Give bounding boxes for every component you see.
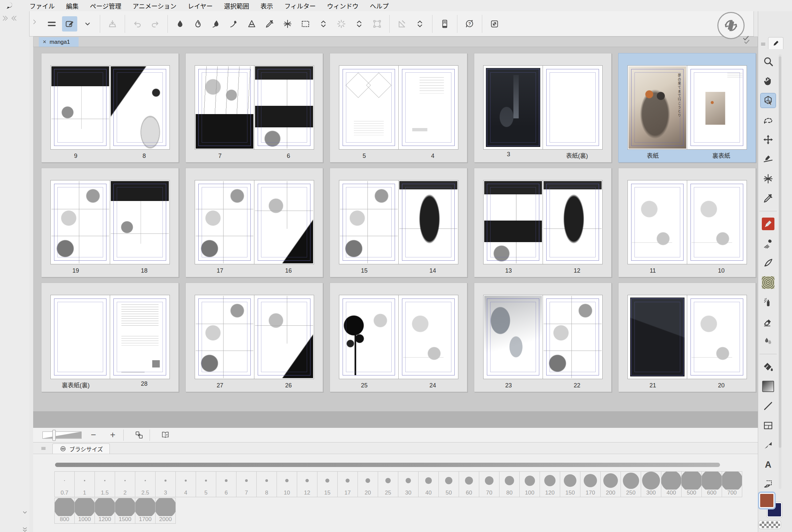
chevron-down-icon[interactable] xyxy=(21,509,28,516)
tab-panel-menu[interactable] xyxy=(759,39,768,49)
double-chevron-down-icon[interactable] xyxy=(21,526,28,532)
move-tool[interactable] xyxy=(761,133,775,147)
balloon-tool[interactable] xyxy=(761,477,775,491)
brush-size-170[interactable]: 170 xyxy=(580,471,601,497)
spread-3-表紙(裏)[interactable]: 3表紙(裏) xyxy=(474,53,612,163)
panel-menu-icon[interactable] xyxy=(40,445,47,452)
fit-view-button[interactable] xyxy=(132,429,146,441)
brush-size-70[interactable]: 70 xyxy=(479,471,500,497)
brush-size-100[interactable]: 100 xyxy=(520,471,540,497)
menu-item-1[interactable]: 編集 xyxy=(60,1,84,10)
rail-collapse[interactable] xyxy=(1,15,18,22)
brush-size-300[interactable]: 300 xyxy=(641,471,661,497)
collapse-left-icon[interactable] xyxy=(11,15,18,22)
spread-19-18[interactable]: 1918 xyxy=(41,168,179,277)
menu-item-4[interactable]: レイヤー xyxy=(182,1,218,10)
spread-15-14[interactable]: 1514 xyxy=(330,168,467,277)
brush-size-1.5[interactable]: 1.5 xyxy=(95,471,115,497)
rotate-device-button[interactable] xyxy=(717,12,745,39)
brush-size-800[interactable]: 800 xyxy=(54,498,75,524)
spread-表紙-裏表紙[interactable]: 夢の果てまで行こうとり表紙裏表紙 xyxy=(618,53,756,163)
brush-size-10[interactable]: 10 xyxy=(277,471,297,497)
tab-brush-size[interactable]: ブラシサイズ xyxy=(52,443,110,454)
brush-size-1000[interactable]: 1000 xyxy=(75,498,95,524)
transform-button[interactable] xyxy=(369,16,385,32)
numeric-keypad-button[interactable] xyxy=(437,16,452,32)
marker-quick-button[interactable] xyxy=(190,16,206,32)
brush-size-150[interactable]: 150 xyxy=(560,471,580,497)
figure-tool[interactable] xyxy=(761,399,775,413)
brush-size-120[interactable]: 120 xyxy=(540,471,560,497)
redo-button[interactable] xyxy=(148,16,163,32)
processing-button[interactable] xyxy=(334,16,349,32)
tab-tools[interactable] xyxy=(768,37,784,49)
transparent-color-swatch[interactable] xyxy=(759,521,781,529)
collapse-right-icon[interactable] xyxy=(1,15,8,22)
brush-quick-button[interactable] xyxy=(208,16,224,32)
zoom-in-button[interactable]: + xyxy=(105,429,120,441)
object-tool[interactable] xyxy=(761,94,775,108)
spread-9-8[interactable]: 98 xyxy=(41,53,179,163)
brush-size-17[interactable]: 17 xyxy=(337,471,358,497)
brush-size-200[interactable]: 200 xyxy=(601,471,621,497)
brush-size-60[interactable]: 60 xyxy=(459,471,479,497)
ruler-switcher-button[interactable] xyxy=(412,16,427,32)
zoom-tool[interactable] xyxy=(761,54,775,68)
sync-save-button[interactable] xyxy=(105,16,120,32)
menu-item-6[interactable]: 表示 xyxy=(255,1,278,10)
airbrush-tool[interactable] xyxy=(761,295,775,309)
selection-tool[interactable] xyxy=(761,113,775,127)
toolbar-overflow-icon[interactable] xyxy=(31,19,38,25)
brush-size-0.7[interactable]: 0.7 xyxy=(54,471,75,497)
pen-quick-button[interactable] xyxy=(172,16,188,32)
spread-23-22[interactable]: 2322 xyxy=(474,283,612,392)
eyedropper-tool[interactable] xyxy=(761,191,775,205)
brush-size-80[interactable]: 80 xyxy=(500,471,520,497)
eyedropper-quick-button[interactable] xyxy=(262,16,277,32)
tool-scrollbar-thumb[interactable] xyxy=(779,56,781,448)
fill-tool[interactable] xyxy=(761,360,775,374)
selection-quick-button[interactable] xyxy=(298,16,313,32)
menu-item-8[interactable]: ウィンドウ xyxy=(321,1,364,10)
foreground-color-swatch[interactable] xyxy=(759,493,774,508)
brush-size-2.5[interactable]: 2.5 xyxy=(135,471,156,497)
spread-21-20[interactable]: 2120 xyxy=(618,283,756,392)
menu-item-7[interactable]: フィルター xyxy=(278,1,321,10)
fill-marker-quick-button[interactable] xyxy=(244,16,259,32)
brush-size-2000[interactable]: 2000 xyxy=(156,498,176,524)
toolbar-menu-button[interactable] xyxy=(44,16,59,32)
spread-5-4[interactable]: 54 xyxy=(330,53,467,163)
spread-裏表紙(裏)-28[interactable]: 裏表紙(裏)28 xyxy=(41,283,179,392)
close-icon[interactable]: × xyxy=(43,38,46,45)
menu-item-0[interactable]: ファイル xyxy=(24,1,60,10)
brush-size-250[interactable]: 250 xyxy=(621,471,641,497)
curve-quick-button[interactable] xyxy=(226,16,242,32)
blend-tool[interactable] xyxy=(761,334,775,348)
brush-size-1700[interactable]: 1700 xyxy=(135,498,156,524)
gradient-tool[interactable] xyxy=(761,379,775,393)
tab-manga1[interactable]: × manga1 xyxy=(39,37,79,47)
pencil-tool[interactable] xyxy=(761,236,775,250)
brush-size-1[interactable]: 1 xyxy=(75,471,95,497)
brush-size-7[interactable]: 7 xyxy=(236,471,257,497)
decoration-quick-button[interactable] xyxy=(280,16,295,32)
spread-27-26[interactable]: 2726 xyxy=(186,283,323,392)
pen-tool[interactable] xyxy=(761,217,775,231)
brush-size-1200[interactable]: 1200 xyxy=(95,498,115,524)
text-tool[interactable]: A xyxy=(761,458,775,472)
brush-size-50[interactable]: 50 xyxy=(439,471,459,497)
brush-size-25[interactable]: 25 xyxy=(378,471,398,497)
menu-item-9[interactable]: ヘルプ xyxy=(364,1,394,10)
polyline-tool[interactable] xyxy=(761,438,775,452)
brush-size-1500[interactable]: 1500 xyxy=(115,498,135,524)
brush-size-6[interactable]: 6 xyxy=(216,471,236,497)
decoration-tool[interactable] xyxy=(761,172,775,186)
spread-17-16[interactable]: 1716 xyxy=(186,168,323,277)
brush-size-40[interactable]: 40 xyxy=(419,471,439,497)
spread-7-6[interactable]: 76 xyxy=(186,53,323,163)
companion-edit-button[interactable] xyxy=(62,16,77,32)
eraser-tool[interactable] xyxy=(761,315,775,329)
brush-size-500[interactable]: 500 xyxy=(681,471,702,497)
pattern-brush-tool[interactable] xyxy=(761,276,775,289)
brush-size-30[interactable]: 30 xyxy=(398,471,419,497)
